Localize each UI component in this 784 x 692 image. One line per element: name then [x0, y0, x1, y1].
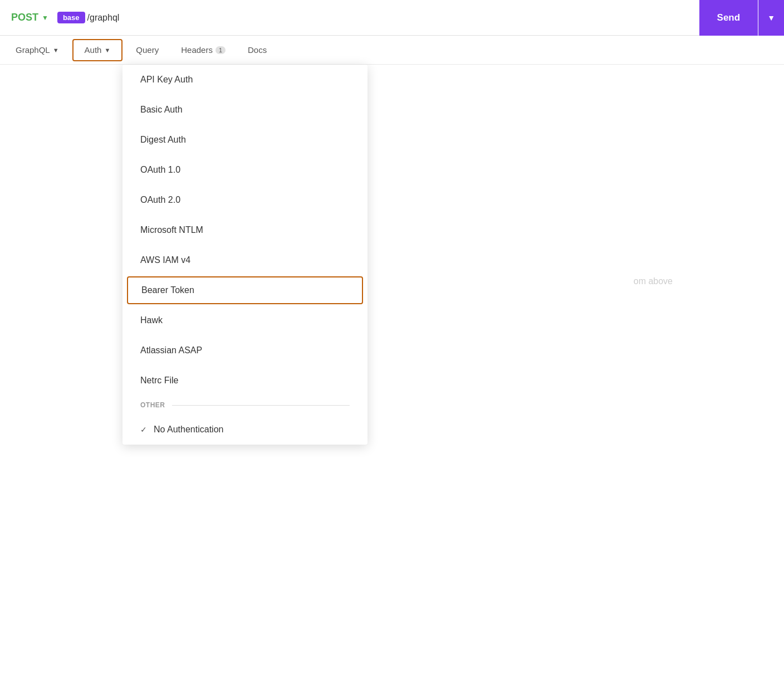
dropdown-item-hawk[interactable]: Hawk [122, 305, 367, 335]
dropdown-item-basic-auth[interactable]: Basic Auth [122, 95, 367, 125]
oauth-1-label: OAuth 1.0 [140, 165, 180, 175]
dropdown-item-netrc-file[interactable]: Netrc File [122, 366, 367, 396]
dropdown-item-bearer-token[interactable]: Bearer Token [127, 276, 363, 304]
dropdown-item-aws-iam[interactable]: AWS IAM v4 [122, 245, 367, 275]
other-divider-section: OTHER [122, 396, 367, 415]
tab-auth-chevron-icon: ▼ [104, 47, 110, 53]
url-path[interactable]: /graphql [87, 13, 699, 23]
atlassian-asap-label: Atlassian ASAP [140, 345, 202, 355]
divider-line [172, 405, 350, 406]
send-button[interactable]: Send [699, 0, 758, 36]
netrc-file-label: Netrc File [140, 376, 178, 386]
tab-graphql-chevron-icon: ▼ [53, 47, 59, 53]
bg-hint-text: om above [634, 276, 673, 286]
no-auth-check-icon: ✓ [140, 425, 147, 434]
send-dropdown-button[interactable]: ▼ [758, 0, 784, 36]
method-chevron-icon[interactable]: ▼ [42, 14, 48, 22]
main-content: om above API Key Auth Basic Auth Digest … [0, 65, 784, 692]
method-badge: POST ▼ [11, 12, 48, 23]
dropdown-item-oauth-1[interactable]: OAuth 1.0 [122, 155, 367, 185]
dropdown-item-api-key-auth[interactable]: API Key Auth [122, 65, 367, 95]
send-group: Send ▼ [699, 0, 784, 36]
basic-auth-label: Basic Auth [140, 105, 183, 115]
headers-badge: 1 [215, 46, 226, 54]
microsoft-ntlm-label: Microsoft NTLM [140, 225, 203, 235]
no-authentication-label: No Authentication [154, 425, 223, 435]
auth-dropdown: API Key Auth Basic Auth Digest Auth OAut… [122, 65, 367, 445]
oauth-2-label: OAuth 2.0 [140, 195, 180, 205]
send-dropdown-chevron-icon: ▼ [767, 13, 775, 22]
dropdown-item-atlassian-asap[interactable]: Atlassian ASAP [122, 335, 367, 366]
base-pill[interactable]: base [57, 12, 85, 23]
method-label: POST [11, 12, 38, 23]
tab-query[interactable]: Query [125, 36, 170, 65]
dropdown-item-microsoft-ntlm[interactable]: Microsoft NTLM [122, 215, 367, 245]
digest-auth-label: Digest Auth [140, 135, 186, 145]
other-label: OTHER [140, 401, 165, 409]
hawk-label: Hawk [140, 315, 163, 325]
dropdown-item-oauth-2[interactable]: OAuth 2.0 [122, 185, 367, 215]
tab-docs-label: Docs [248, 45, 267, 55]
tab-auth-label: Auth [85, 45, 102, 55]
tab-docs[interactable]: Docs [237, 36, 278, 65]
tab-headers-label: Headers [181, 45, 213, 55]
dropdown-item-no-authentication[interactable]: ✓ No Authentication [122, 415, 367, 445]
tab-headers[interactable]: Headers 1 [170, 36, 237, 65]
bearer-token-label: Bearer Token [141, 285, 194, 295]
tab-graphql-label: GraphQL [16, 45, 50, 55]
api-key-auth-label: API Key Auth [140, 75, 193, 85]
tab-bar: GraphQL ▼ Auth ▼ Query Headers 1 Docs [0, 36, 784, 65]
dropdown-item-digest-auth[interactable]: Digest Auth [122, 125, 367, 155]
send-label: Send [717, 12, 741, 23]
tab-query-label: Query [136, 45, 159, 55]
top-bar: POST ▼ base /graphql Send ▼ [0, 0, 784, 36]
tab-auth[interactable]: Auth ▼ [72, 39, 123, 61]
tab-graphql[interactable]: GraphQL ▼ [4, 36, 70, 65]
aws-iam-label: AWS IAM v4 [140, 255, 190, 265]
